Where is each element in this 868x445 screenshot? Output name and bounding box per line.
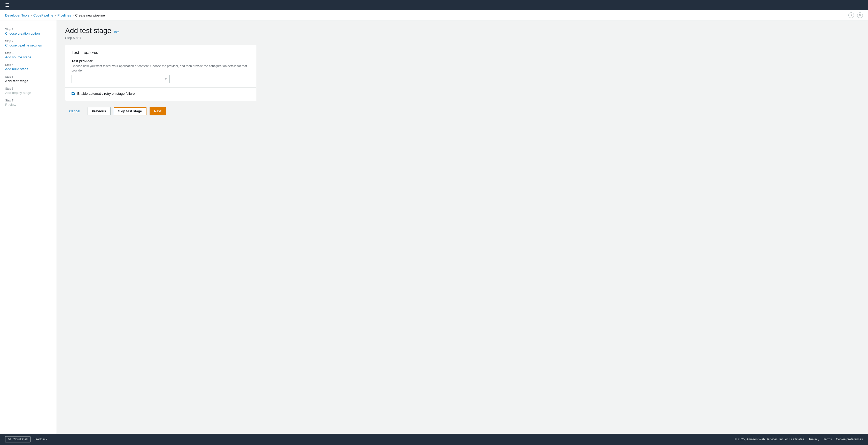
- info-link[interactable]: Info: [114, 30, 120, 34]
- footer-left: ⌘ CloudShell Feedback: [5, 436, 47, 442]
- terms-link[interactable]: Terms: [823, 438, 832, 441]
- page-title: Add test stage: [65, 27, 111, 35]
- top-navigation: ☰: [0, 0, 868, 10]
- test-provider-label: Test provider: [71, 59, 250, 63]
- test-provider-select[interactable]: AWS CodeBuild Jenkins AWS Device Farm: [71, 75, 170, 83]
- auto-retry-label[interactable]: Enable automatic retry on stage failure: [77, 92, 135, 96]
- terminal-icon: ⌘: [8, 438, 11, 441]
- card-section-title: Test – optional: [71, 50, 250, 55]
- sidebar-step-6-label: Step 6: [5, 87, 52, 90]
- breadcrumb: Developer Tools › CodePipeline › Pipelin…: [0, 10, 868, 21]
- next-button[interactable]: Next: [150, 107, 165, 115]
- test-stage-card: Test – optional Test provider Choose how…: [65, 45, 256, 101]
- breadcrumb-sep-2: ›: [55, 13, 56, 17]
- card-divider: [65, 87, 256, 88]
- sidebar-step-1: Step 1 Choose creation option: [0, 26, 57, 37]
- sidebar-step-7-label: Step 7: [5, 99, 52, 102]
- sidebar-step-2-label: Step 2: [5, 39, 52, 43]
- privacy-link[interactable]: Privacy: [809, 438, 819, 441]
- sidebar-item-source-stage[interactable]: Add source stage: [5, 55, 31, 59]
- footer-copyright: © 2025, Amazon Web Services, Inc. or its…: [735, 438, 805, 441]
- sidebar-step-5-label: Step 5: [5, 75, 52, 78]
- sidebar-item-pipeline-settings[interactable]: Choose pipeline settings: [5, 43, 42, 47]
- breadcrumb-create-pipeline: Create new pipeline: [75, 13, 105, 17]
- sidebar-step-6: Step 6 Add deploy stage: [0, 85, 57, 97]
- sidebar-step-3-label: Step 3: [5, 52, 52, 55]
- content-area: Add test stage Info Step 5 of 7 Test – o…: [57, 21, 868, 434]
- page-header: Add test stage Info: [65, 27, 860, 35]
- sidebar-step-7: Step 7 Review: [0, 97, 57, 109]
- previous-button[interactable]: Previous: [88, 107, 111, 115]
- main-layout: Step 1 Choose creation option Step 2 Cho…: [0, 21, 868, 434]
- cloudshell-button[interactable]: ⌘ CloudShell: [5, 436, 30, 442]
- sidebar-item-build-stage[interactable]: Add build stage: [5, 67, 28, 71]
- step-counter: Step 5 of 7: [65, 36, 860, 40]
- test-provider-description: Choose how you want to test your applica…: [71, 64, 250, 73]
- sidebar-step-3: Step 3 Add source stage: [0, 49, 57, 61]
- footer-right: © 2025, Amazon Web Services, Inc. or its…: [735, 438, 863, 441]
- cancel-button[interactable]: Cancel: [65, 107, 85, 115]
- settings-icon[interactable]: ⟳: [857, 12, 863, 18]
- sidebar-step-1-label: Step 1: [5, 28, 52, 31]
- breadcrumb-sep-3: ›: [72, 13, 74, 17]
- test-provider-select-wrapper: AWS CodeBuild Jenkins AWS Device Farm ▼: [71, 75, 170, 83]
- sidebar-item-review: Review: [5, 103, 16, 107]
- cloudshell-label: CloudShell: [13, 438, 28, 441]
- info-icon[interactable]: ℹ: [848, 12, 854, 18]
- cookie-preferences-link[interactable]: Cookie preferences: [836, 438, 863, 441]
- footer: ⌘ CloudShell Feedback © 2025, Amazon Web…: [0, 434, 868, 445]
- nav-icons: ℹ ⟳: [848, 12, 863, 18]
- sidebar-item-test-stage: Add test stage: [5, 79, 28, 83]
- sidebar-step-4: Step 4 Add build stage: [0, 61, 57, 73]
- sidebar-item-deploy-stage: Add deploy stage: [5, 91, 31, 95]
- breadcrumb-developer-tools[interactable]: Developer Tools: [5, 13, 29, 17]
- sidebar-step-5: Step 5 Add test stage: [0, 73, 57, 85]
- breadcrumb-codepipeline[interactable]: CodePipeline: [33, 13, 53, 17]
- breadcrumb-pipelines[interactable]: Pipelines: [57, 13, 71, 17]
- breadcrumb-sep-1: ›: [31, 13, 32, 17]
- sidebar-item-choose-creation[interactable]: Choose creation option: [5, 32, 40, 35]
- actions-bar: Cancel Previous Skip test stage Next: [65, 107, 860, 115]
- auto-retry-checkbox[interactable]: [71, 92, 75, 95]
- sidebar: Step 1 Choose creation option Step 2 Cho…: [0, 21, 57, 434]
- checkbox-row: Enable automatic retry on stage failure: [71, 92, 250, 96]
- test-provider-field: Test provider Choose how you want to tes…: [71, 59, 250, 83]
- sidebar-step-2: Step 2 Choose pipeline settings: [0, 37, 57, 49]
- skip-test-stage-button[interactable]: Skip test stage: [114, 107, 147, 115]
- menu-icon[interactable]: ☰: [3, 1, 11, 9]
- feedback-link[interactable]: Feedback: [34, 438, 47, 441]
- sidebar-step-4-label: Step 4: [5, 63, 52, 66]
